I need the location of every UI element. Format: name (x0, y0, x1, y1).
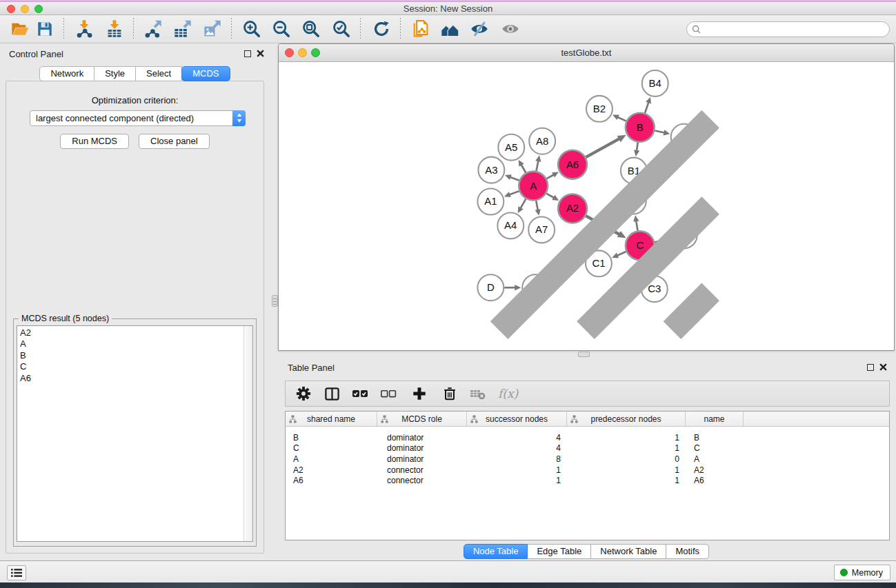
float-panel-icon[interactable] (244, 50, 251, 57)
table-row-A2[interactable]: A2connector11A2 (286, 464, 889, 475)
memory-button[interactable]: Memory (834, 565, 890, 580)
network-canvas[interactable]: B4B2BB3A5A8A6B1A3AA1C2A2A4A7C4CC1C3DD1 (279, 62, 894, 350)
table-cell[interactable]: 1 (567, 475, 686, 486)
network-window-titlebar[interactable]: testGlobe.txt (279, 44, 894, 62)
import-table-icon[interactable] (104, 19, 125, 39)
tab-motifs[interactable]: Motifs (666, 544, 709, 559)
add-row-icon[interactable] (411, 385, 428, 402)
table-cell[interactable]: dominator (377, 432, 467, 443)
import-network-icon[interactable] (74, 19, 94, 39)
tab-mcds[interactable]: MCDS (181, 66, 230, 81)
network-window-title: testGlobe.txt (279, 48, 894, 58)
table-panel-title: Table Panel (288, 363, 335, 373)
result-item-C[interactable]: C (17, 361, 252, 372)
select-all-icon[interactable] (352, 385, 368, 402)
hide-selected-icon[interactable] (469, 19, 490, 39)
show-columns-icon[interactable] (323, 385, 340, 402)
delete-row-icon[interactable] (441, 385, 458, 402)
table-cell[interactable]: dominator (377, 453, 467, 464)
table-settings-icon[interactable] (295, 385, 312, 402)
table-cell[interactable]: B (686, 432, 744, 443)
column-header-name[interactable]: name (686, 412, 744, 426)
zoom-in-icon[interactable] (241, 19, 262, 39)
tab-network-table[interactable]: Network Table (591, 544, 666, 559)
table-panel: Table Panel (278, 357, 895, 560)
search-input[interactable] (704, 23, 889, 36)
table-cell[interactable]: C (686, 443, 744, 454)
show-all-icon[interactable] (500, 19, 521, 39)
dropdown-value: largest connected component (directed) (30, 113, 232, 123)
column-header-shared-name[interactable]: shared name (286, 412, 377, 426)
deselect-all-icon[interactable] (380, 385, 397, 402)
export-table-icon[interactable] (172, 19, 193, 39)
table-cell[interactable]: 1 (567, 464, 686, 475)
table-cell[interactable]: 1 (467, 464, 567, 475)
zoom-selected-icon[interactable] (331, 19, 352, 39)
table-toolbar: f(x) (285, 381, 890, 407)
column-header-MCDS-role[interactable]: MCDS role (377, 412, 467, 426)
delete-table-icon (470, 385, 486, 402)
result-scrollbar[interactable] (243, 326, 252, 541)
resize-grip[interactable] (279, 62, 893, 349)
zoom-fit-icon[interactable] (301, 19, 321, 39)
table-cell[interactable]: 4 (467, 432, 567, 443)
column-type-icon (289, 415, 297, 423)
table-cell[interactable]: 1 (567, 432, 686, 443)
open-session-icon[interactable] (10, 19, 30, 39)
save-session-icon[interactable] (34, 19, 55, 39)
table-header-row: shared nameMCDS rolesuccessor nodesprede… (286, 412, 889, 427)
table-cell[interactable]: 1 (467, 475, 567, 486)
task-history-button[interactable] (7, 565, 26, 580)
table-cell[interactable]: A (686, 453, 744, 464)
column-type-icon (381, 415, 388, 423)
table-cell[interactable]: 1 (567, 443, 686, 454)
optimization-criterion-select[interactable]: largest connected component (directed) (30, 110, 246, 126)
table-row-A6[interactable]: A6connector11A6 (286, 475, 889, 486)
column-header-successor-nodes[interactable]: successor nodes (467, 412, 567, 426)
table-cell[interactable]: dominator (377, 443, 467, 454)
table-cell[interactable]: A (286, 453, 377, 464)
tab-select[interactable]: Select (136, 66, 182, 81)
control-panel-title: Control Panel (9, 49, 63, 59)
table-cell[interactable]: A6 (286, 475, 377, 486)
table-body: Bdominator41BCdominator41CAdominator80AA… (286, 427, 889, 485)
export-image-icon[interactable] (202, 19, 223, 39)
refresh-icon[interactable] (371, 19, 392, 39)
table-cell[interactable]: A2 (286, 464, 377, 475)
tab-edge-table[interactable]: Edge Table (528, 544, 591, 559)
tab-style[interactable]: Style (94, 66, 136, 81)
vertical-splitter-grip[interactable] (272, 295, 278, 307)
column-header-predecessor-nodes[interactable]: predecessor nodes (567, 412, 686, 426)
table-row-C[interactable]: Cdominator41C (286, 443, 889, 454)
table-cell[interactable]: connector (377, 475, 467, 486)
export-network-icon[interactable] (143, 19, 163, 39)
table-cell[interactable]: A6 (686, 475, 744, 486)
new-network-file-icon[interactable] (410, 19, 431, 39)
run-mcds-button[interactable]: Run MCDS (60, 134, 129, 149)
table-cell[interactable]: connector (377, 464, 467, 475)
result-item-A2[interactable]: A2 (17, 327, 252, 338)
close-panel-icon[interactable] (257, 50, 264, 57)
table-cell[interactable]: A2 (686, 464, 744, 475)
home-icon[interactable] (439, 19, 460, 39)
control-panel: Control Panel NetworkStyleSelectMCDS Opt… (0, 43, 270, 560)
table-cell[interactable]: C (286, 443, 377, 454)
close-table-panel-icon[interactable] (879, 363, 887, 371)
table-cell[interactable]: 8 (467, 453, 567, 464)
zoom-out-icon[interactable] (271, 19, 292, 39)
tab-network[interactable]: Network (39, 66, 94, 81)
tab-node-table[interactable]: Node Table (464, 544, 528, 559)
table-cell[interactable]: 0 (567, 453, 686, 464)
result-item-A[interactable]: A (17, 338, 252, 349)
node-table: shared nameMCDS rolesuccessor nodesprede… (285, 411, 890, 540)
table-row-B[interactable]: Bdominator41B (286, 432, 889, 443)
horizontal-splitter-grip[interactable] (578, 352, 590, 357)
result-item-A6[interactable]: A6 (17, 373, 252, 384)
table-row-A[interactable]: Adominator80A (286, 453, 889, 464)
status-bar: Memory (0, 560, 896, 582)
close-panel-button[interactable]: Close panel (139, 134, 210, 149)
float-table-panel-icon[interactable] (867, 364, 874, 371)
table-cell[interactable]: B (286, 432, 377, 443)
table-cell[interactable]: 4 (467, 443, 567, 454)
result-item-B[interactable]: B (17, 350, 252, 361)
